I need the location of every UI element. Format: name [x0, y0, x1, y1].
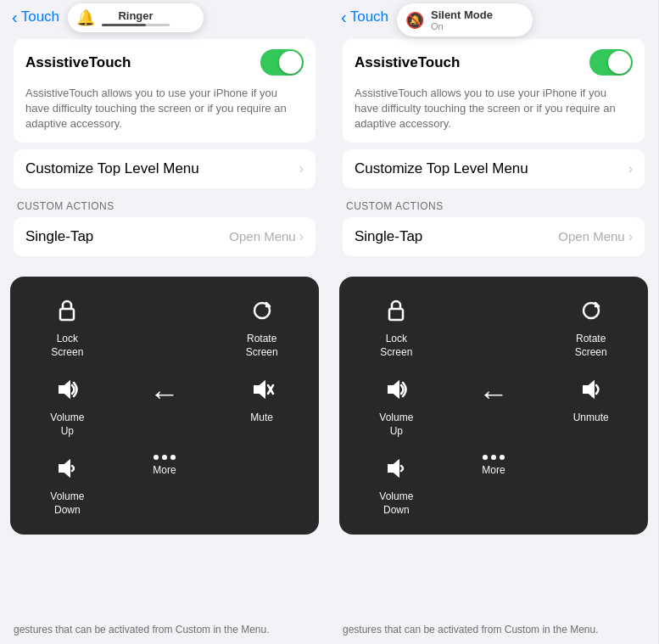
right-header: ‹ Touch 🔕 Silent Mode On — [329, 0, 658, 31]
right-menu-arrow[interactable]: ← — [445, 371, 543, 443]
left-rotate-icon — [249, 297, 276, 328]
svg-marker-2 — [59, 382, 70, 397]
right-lock-icon — [383, 297, 410, 328]
left-single-tap-chevron-icon: › — [299, 229, 304, 244]
right-back-button[interactable]: ‹ Touch — [341, 8, 388, 25]
right-lock-label: LockScreen — [380, 333, 412, 359]
right-menu-rotate-screen[interactable]: RotateScreen — [542, 292, 639, 364]
right-single-tap-label: Single-Tap — [355, 228, 422, 245]
right-dot-1 — [483, 455, 488, 460]
right-menu-more[interactable]: More — [445, 450, 543, 522]
left-bottom-text: gestures that can be activated from Cust… — [0, 616, 329, 644]
left-menu-rotate-screen[interactable]: RotateScreen — [213, 292, 310, 364]
right-menu-empty-bottom — [542, 450, 639, 522]
left-open-menu-group: Open Menu › — [229, 229, 304, 244]
left-slider-fill — [102, 24, 146, 26]
right-assistivetouch-row: AssistiveTouch — [343, 39, 645, 86]
right-menu-empty-center-top — [445, 292, 543, 364]
left-volume-down-label: VolumeDown — [50, 490, 84, 517]
left-notif-icon: 🔔 — [76, 8, 95, 27]
right-menu-lock-screen[interactable]: LockScreen — [348, 292, 445, 364]
left-menu-empty-center-top — [116, 292, 214, 364]
left-menu-volume-down[interactable]: VolumeDown — [19, 450, 116, 522]
left-customize-label: Customize Top Level Menu — [25, 160, 199, 177]
right-arrow-icon: ← — [478, 376, 509, 412]
left-panel: ‹ Touch 🔔 Ringer AssistiveTouch Assistiv… — [0, 0, 329, 644]
right-back-chevron-icon: ‹ — [341, 8, 347, 25]
right-volume-down-icon — [383, 455, 410, 486]
left-dot-1 — [154, 455, 159, 460]
left-menu-mute[interactable]: Mute — [213, 371, 310, 443]
right-dot-3 — [500, 455, 505, 460]
left-volume-down-icon — [53, 455, 81, 486]
right-custom-actions-header: CUSTOM ACTIONS — [343, 195, 645, 216]
right-volume-down-label: VolumeDown — [379, 490, 413, 517]
left-content: AssistiveTouch AssistiveTouch allows you… — [0, 31, 329, 644]
left-menu-empty-bottom — [213, 450, 310, 522]
left-mute-icon — [249, 376, 276, 407]
right-assistivetouch-toggle[interactable] — [589, 49, 633, 76]
right-notif-icon: 🔕 — [405, 11, 424, 30]
right-notif-sub: On — [431, 21, 493, 31]
right-customize-label: Customize Top Level Menu — [355, 160, 528, 177]
right-single-tap-row[interactable]: Single-Tap Open Menu › — [343, 217, 645, 256]
right-at-grid: LockScreen RotateScreen VolumeUp — [348, 292, 639, 523]
svg-marker-3 — [254, 382, 265, 397]
svg-marker-10 — [584, 382, 594, 397]
right-dots-icon — [483, 455, 505, 460]
left-slider-track — [102, 24, 170, 26]
right-panel: ‹ Touch 🔕 Silent Mode On AssistiveTouch … — [329, 0, 658, 644]
right-customize-row[interactable]: Customize Top Level Menu › — [343, 149, 645, 188]
left-customize-chevron-icon: › — [299, 161, 304, 176]
right-assistivetouch-title: AssistiveTouch — [355, 54, 460, 71]
right-dot-2 — [491, 455, 496, 460]
right-notif-title: Silent Mode — [431, 8, 493, 21]
left-back-chevron-icon: ‹ — [12, 8, 18, 25]
left-rotate-label: RotateScreen — [246, 333, 278, 359]
right-open-menu-label: Open Menu — [558, 229, 624, 244]
right-notification-popup: 🔕 Silent Mode On — [397, 3, 533, 36]
left-assistivetouch-toggle[interactable] — [260, 49, 304, 76]
left-back-label: Touch — [21, 8, 59, 25]
right-volume-up-icon — [383, 376, 410, 407]
left-assistivetouch-row: AssistiveTouch — [14, 39, 316, 86]
left-toggle-knob — [279, 51, 302, 74]
svg-marker-6 — [59, 461, 70, 476]
right-menu-unmute[interactable]: Unmute — [542, 371, 639, 443]
left-dots-icon — [154, 455, 176, 460]
svg-marker-9 — [388, 382, 399, 397]
right-open-menu-group: Open Menu › — [558, 229, 633, 244]
right-content: AssistiveTouch AssistiveTouch allows you… — [329, 31, 658, 644]
right-back-label: Touch — [350, 8, 388, 25]
left-single-tap-row[interactable]: Single-Tap Open Menu › — [14, 217, 316, 256]
left-header: ‹ Touch 🔔 Ringer — [0, 0, 329, 31]
svg-marker-11 — [388, 461, 399, 476]
left-notif-slider: Ringer — [102, 9, 170, 26]
left-mute-label: Mute — [250, 412, 273, 425]
right-single-tap-chevron-icon: › — [628, 229, 633, 244]
left-volume-up-label: VolumeUp — [50, 412, 84, 438]
right-volume-up-label: VolumeUp — [379, 412, 413, 438]
left-volume-up-icon — [53, 376, 81, 407]
right-toggle-knob — [608, 51, 631, 74]
right-more-label: More — [482, 464, 505, 478]
right-menu-volume-down[interactable]: VolumeDown — [348, 450, 445, 522]
right-at-menu: LockScreen RotateScreen VolumeUp — [339, 277, 648, 535]
left-customize-row[interactable]: Customize Top Level Menu › — [14, 149, 316, 188]
right-assistivetouch-desc: AssistiveTouch allows you to use your iP… — [343, 86, 645, 143]
left-assistivetouch-title: AssistiveTouch — [25, 54, 131, 71]
left-menu-more[interactable]: More — [116, 450, 214, 522]
left-menu-lock-screen[interactable]: LockScreen — [19, 292, 116, 364]
left-notif-title: Ringer — [118, 9, 153, 22]
left-customize-card: Customize Top Level Menu › — [14, 149, 316, 188]
left-menu-arrow[interactable]: ← — [116, 371, 214, 443]
left-single-tap-label: Single-Tap — [25, 228, 93, 245]
left-at-menu: LockScreen RotateScreen VolumeUp — [10, 277, 319, 535]
left-menu-volume-up[interactable]: VolumeUp — [19, 371, 116, 443]
right-unmute-icon — [578, 376, 605, 407]
left-dot-2 — [162, 455, 167, 460]
right-unmute-label: Unmute — [573, 412, 609, 425]
right-menu-volume-up[interactable]: VolumeUp — [348, 371, 445, 443]
left-dot-3 — [170, 455, 176, 460]
left-back-button[interactable]: ‹ Touch — [12, 8, 59, 25]
